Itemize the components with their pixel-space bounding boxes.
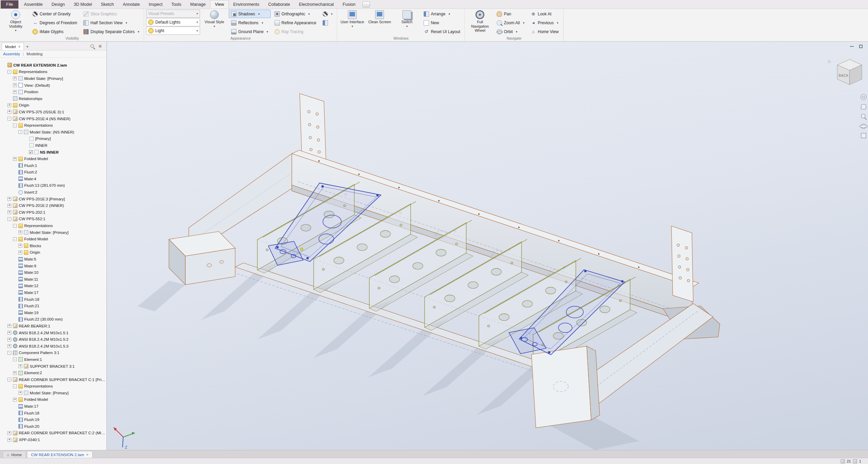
tree-item[interactable]: +CW PPS-201E:2 (INNER) [0,202,106,209]
orthographic-button[interactable]: Orthographic [272,10,319,18]
shadows-button[interactable]: Shadows [229,10,271,18]
tree-item[interactable]: +CW PPS-201E:3 [Primary] [0,196,106,202]
minimize-icon[interactable] [850,46,854,47]
ribbon-tab-inspect[interactable]: Inspect [144,0,167,9]
ribbon-tab-annotate[interactable]: Annotate [118,0,144,9]
close-icon[interactable] [86,452,88,457]
browser-tab-model[interactable]: Model [2,43,24,50]
tree-item[interactable]: +Mate:9 [0,263,106,269]
tree-item[interactable]: -Representations [0,122,106,129]
tree-expander[interactable]: + [13,398,17,402]
navbar-wheel-icon[interactable] [861,94,866,100]
tree-item[interactable]: +Model State: [Primary] [0,75,106,82]
browser-search-icon[interactable] [89,43,96,50]
tree-expander[interactable]: + [13,83,17,87]
tree-expander[interactable]: + [13,371,17,375]
tree-expander[interactable]: + [8,197,11,201]
reset-ui-layout-button[interactable]: ↺ Reset UI Layout [421,27,463,36]
tree-item[interactable]: +Flush:21 [0,303,106,309]
tree-item[interactable]: +ANSI B18.2.4.2M M10x1.5:3 [0,343,106,350]
ribbon-tab-environments[interactable]: Environments [229,0,264,9]
tree-expander[interactable]: + [8,324,11,328]
ribbon-tab-tools[interactable]: Tools [167,0,186,9]
user-interface-button[interactable]: User Interface [339,9,365,28]
browser-subtab-modeling[interactable]: Modeling [27,52,43,56]
tree-item[interactable]: -Representations [0,222,106,229]
ribbon-tab-3d-model[interactable]: 3D Model [69,0,97,9]
tree-item[interactable]: +SUPPORT BRACKET 3:1 [0,363,106,370]
doc-tab-document[interactable]: CW REAR EXTENSION 2.iam [27,451,93,458]
tree-item[interactable]: -Model State: (NS INNER) [0,129,106,136]
ribbon-tab-file[interactable]: File [1,0,18,9]
doc-tab-home[interactable]: Home [3,451,26,458]
tree-item[interactable]: +Mate:19 [0,309,106,316]
tree-item[interactable]: +ANSI B18.2.4.2M M10x1.5:1 [0,329,106,336]
browser-menu-icon[interactable] [98,43,104,50]
tree-item[interactable]: +Origin [0,249,106,256]
tree-item[interactable]: +Mate:4 [0,175,106,182]
tree-expander[interactable]: + [18,244,22,248]
tree-expander[interactable]: + [8,438,11,442]
tree-expander[interactable]: + [13,157,17,161]
tree-expander[interactable]: + [8,331,11,335]
tree-expander[interactable]: + [13,76,17,80]
appearance-grid-button[interactable] [320,18,335,27]
arrange-button[interactable]: Arrange [421,10,463,18]
tree-item[interactable]: +CW PPS-375 (ISSUE 3):1 [0,109,106,115]
viewcube-home-icon[interactable]: ⌂ [828,58,830,64]
viewcube-face-label[interactable]: BACK [839,74,849,78]
tree-checkbox[interactable]: ✓ [29,150,33,154]
tree-item[interactable]: +Mate:10 [0,269,106,276]
tree-item[interactable]: +Relationships [0,95,106,102]
switch-button[interactable]: Switch [394,9,420,28]
tree-item[interactable]: -CW PPS-552:1 [0,216,106,223]
ribbon-display-options-icon[interactable] [362,1,370,8]
browser-subtab-assembly[interactable]: Assembly [3,52,20,56]
tree-expander[interactable]: + [8,338,11,341]
pan-button[interactable]: Pan [494,10,527,18]
ribbon-tab-electromechanical[interactable]: Electromechanical [295,0,338,9]
tree-expander[interactable]: + [8,103,11,107]
tree-expander[interactable]: - [8,217,11,221]
tree-expander[interactable]: - [18,130,22,134]
restore-icon[interactable] [859,45,863,48]
tree-item[interactable]: -REAR CORNER SUPPORT BRACKET C:1 [Primar… [0,376,106,383]
tree-item[interactable]: +Folded Model [0,396,106,403]
tree-expander[interactable]: + [8,344,11,348]
tree-item[interactable]: +XPP-0340:1 [0,436,106,443]
tree-expander[interactable]: + [8,431,11,435]
home-view-button[interactable]: ⌂ Home View [528,27,561,36]
navbar-zoom-icon[interactable] [861,114,867,120]
tree-item[interactable]: +Insert:2 [0,189,106,196]
tree-expander[interactable]: + [18,230,22,234]
tree-item[interactable]: +Blocks [0,242,106,249]
tree-expander[interactable]: + [8,210,11,214]
tree-item[interactable]: +CW PPS-202:1 [0,209,106,216]
degrees-of-freedom-button[interactable]: ↔ Degrees of Freedom [30,18,80,27]
tree-expander[interactable]: + [8,110,11,114]
tree-expander[interactable]: - [8,351,11,355]
tree-expander[interactable]: - [8,378,11,381]
left-end-bracket[interactable] [169,231,235,285]
tree-expander[interactable]: + [18,391,22,395]
tree-item[interactable]: +Flush:18 [0,410,106,417]
tree-item[interactable]: +✓NS INNER [0,149,106,156]
tree-expander[interactable]: + [18,364,22,368]
tree-item[interactable]: +Element:2 [0,369,106,376]
viewport-3d[interactable]: ⌂ BACK [107,42,868,450]
tree-item[interactable]: +Mate:12 [0,283,106,290]
tree-item[interactable]: +Flush:22 (30.000 mm) [0,316,106,323]
tree-item[interactable]: -CW PPS-201E:4 (NS INNER) [0,115,106,122]
tree-expander[interactable]: - [13,357,17,361]
tree-item[interactable]: +Mate:17 [0,403,106,410]
object-visibility-button[interactable]: Object Visibility [3,9,29,32]
tree-item[interactable]: +Flush:2 [0,169,106,176]
visual-style-button[interactable]: Visual Style [201,9,227,28]
tree-item[interactable]: +Model State: [Primary] [0,229,106,236]
tree-expander[interactable]: - [13,124,17,127]
tree-item[interactable]: +ANSI B18.2.4.2M M10x1.5:2 [0,336,106,343]
browser-tab-close-icon[interactable] [18,44,20,49]
tree-item[interactable]: +Origin [0,102,106,109]
tree-expander[interactable]: - [13,384,17,388]
tree-expander[interactable]: - [13,237,17,241]
